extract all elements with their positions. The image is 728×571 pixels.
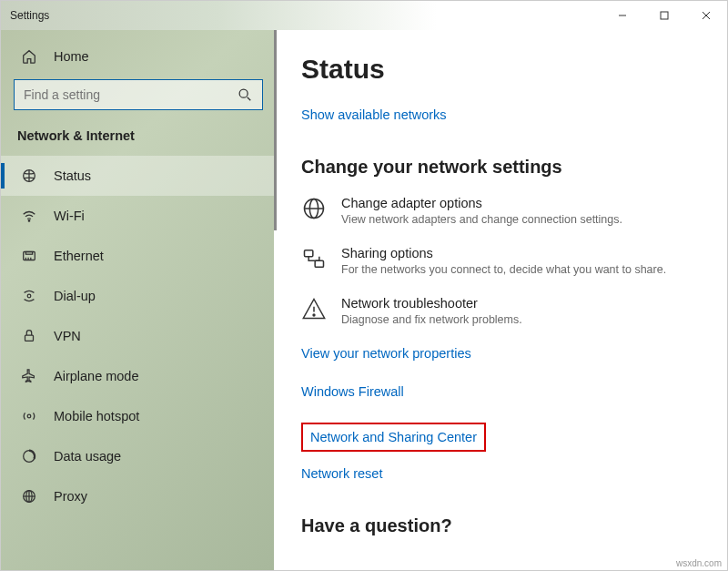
search-input[interactable] (24, 87, 237, 102)
section-header: Network & Internet (1, 123, 274, 156)
datausage-icon (21, 448, 37, 464)
search-box[interactable] (14, 79, 263, 110)
change-settings-heading: Change your network settings (301, 157, 709, 178)
page-title: Status (301, 54, 709, 85)
nav-ethernet[interactable]: Ethernet (1, 236, 274, 276)
wifi-icon (21, 208, 37, 224)
watermark: wsxdn.com (676, 558, 722, 568)
proxy-icon (21, 488, 37, 505)
option-desc: View network adapters and change connect… (341, 213, 622, 226)
svg-point-28 (313, 314, 315, 316)
option-troubleshoot[interactable]: Network troubleshooter Diagnose and fix … (301, 296, 709, 326)
nav-dialup[interactable]: Dial-up (1, 276, 274, 316)
link-reset[interactable]: Network reset (301, 466, 709, 481)
option-adapter[interactable]: Change adapter options View network adap… (301, 196, 709, 226)
link-firewall[interactable]: Windows Firewall (301, 384, 709, 399)
option-sharing[interactable]: Sharing options For the networks you con… (301, 246, 709, 276)
airplane-icon (21, 368, 37, 384)
svg-rect-25 (305, 250, 313, 257)
svg-rect-9 (24, 252, 35, 260)
nav-status[interactable]: Status (1, 156, 274, 196)
nav-label: Data usage (54, 449, 121, 464)
ethernet-icon (21, 248, 37, 264)
svg-rect-10 (25, 252, 32, 255)
nav-label: Airplane mode (54, 369, 139, 383)
nav-datausage[interactable]: Data usage (1, 436, 274, 476)
nav-label: Status (54, 168, 91, 183)
link-properties[interactable]: View your network properties (301, 346, 709, 361)
svg-line-5 (248, 97, 251, 101)
globe-icon (301, 196, 327, 221)
maximize-button[interactable] (643, 1, 685, 30)
nav-hotspot[interactable]: Mobile hotspot (1, 396, 274, 436)
option-title: Change adapter options (341, 196, 622, 210)
option-title: Sharing options (341, 246, 666, 260)
home-label: Home (54, 49, 89, 64)
main-panel: Status Show available networks Change yo… (274, 30, 727, 570)
svg-point-16 (27, 414, 31, 418)
link-show-networks[interactable]: Show available networks (301, 107, 447, 122)
nav-wifi[interactable]: Wi-Fi (1, 196, 274, 236)
dialup-icon (21, 288, 37, 304)
scroll-indicator[interactable] (274, 30, 277, 230)
nav-airplane[interactable]: Airplane mode (1, 356, 274, 396)
sidebar: Home Network & Internet Status Wi-Fi Eth… (1, 30, 274, 570)
svg-rect-1 (661, 12, 668, 19)
nav-label: Dial-up (54, 289, 96, 303)
option-title: Network troubleshooter (341, 296, 522, 311)
window-controls (602, 1, 727, 30)
sharing-icon (301, 246, 327, 271)
nav-label: Ethernet (54, 249, 104, 263)
highlight-box: Network and Sharing Center (301, 423, 486, 452)
warning-icon (301, 296, 327, 321)
status-icon (21, 168, 37, 184)
svg-rect-26 (315, 260, 323, 267)
link-sharing-center[interactable]: Network and Sharing Center (310, 430, 477, 444)
titlebar: Settings (1, 1, 727, 30)
search-icon (237, 87, 253, 103)
svg-point-8 (28, 220, 29, 221)
option-desc: For the networks you connect to, decide … (341, 263, 666, 276)
svg-point-4 (239, 89, 248, 97)
svg-point-14 (27, 294, 31, 298)
option-desc: Diagnose and fix network problems. (341, 313, 522, 326)
svg-rect-15 (25, 335, 34, 341)
nav-label: Mobile hotspot (54, 409, 139, 423)
home-nav[interactable]: Home (1, 39, 274, 76)
vpn-icon (21, 328, 37, 344)
nav-vpn[interactable]: VPN (1, 316, 274, 356)
question-heading: Have a question? (301, 515, 709, 536)
nav-proxy[interactable]: Proxy (1, 476, 274, 516)
home-icon (21, 48, 37, 65)
hotspot-icon (21, 408, 37, 424)
nav-list: Status Wi-Fi Ethernet Dial-up VPN Airpla… (1, 156, 274, 516)
nav-label: VPN (54, 329, 81, 343)
window-title: Settings (10, 9, 49, 22)
close-button[interactable] (685, 1, 727, 30)
nav-label: Wi-Fi (54, 209, 85, 223)
minimize-button[interactable] (602, 1, 643, 30)
nav-label: Proxy (54, 489, 87, 504)
